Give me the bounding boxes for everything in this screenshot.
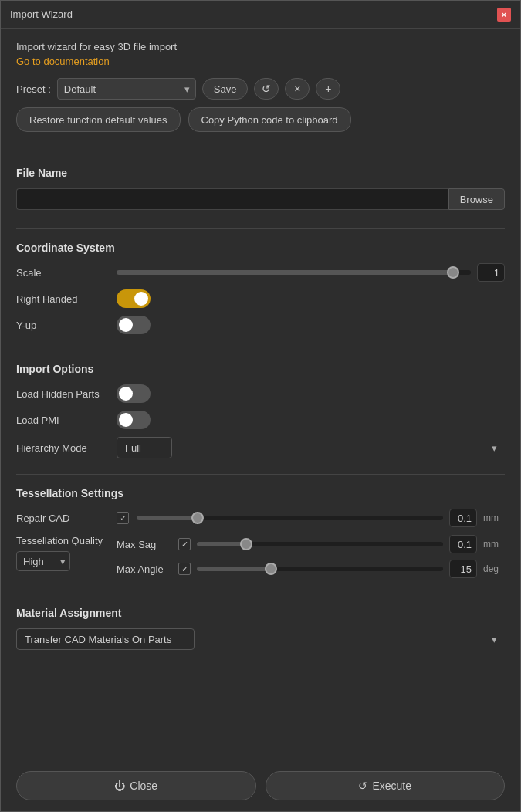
max-angle-value: 15 <box>449 560 477 578</box>
restore-defaults-button[interactable]: Restore function default values <box>16 107 181 132</box>
preset-select[interactable]: Default <box>57 78 196 100</box>
max-sag-checkbox[interactable]: ✓ <box>178 538 191 550</box>
repair-fill <box>137 516 198 520</box>
hierarchy-row: Hierarchy Mode FullFlatNone <box>16 437 505 458</box>
max-angle-track <box>197 567 443 571</box>
add-button[interactable]: + <box>316 78 340 100</box>
load-pmi-label: Load PMI <box>16 414 109 426</box>
repair-cad-checkbox[interactable]: ✓ <box>117 512 129 524</box>
max-sag-fill <box>197 542 246 546</box>
footer-buttons: ⏻ Close ↺ Execute <box>1 760 520 811</box>
tessellation-section: Tessellation Settings Repair CAD ✓ 0.1 m… <box>16 482 505 586</box>
import-options-title: Import Options <box>16 363 505 375</box>
right-handed-thumb <box>134 292 148 306</box>
load-hidden-label: Load Hidden Parts <box>16 388 109 400</box>
repair-cad-row: Repair CAD ✓ 0.1 mm <box>16 509 505 527</box>
file-name-title: File Name <box>16 167 505 179</box>
scale-value: 1 <box>477 263 505 282</box>
quality-left: Tessellation Quality HighMediumLowCustom <box>16 535 109 571</box>
coordinate-system-title: Coordinate System <box>16 242 505 254</box>
divider-3 <box>16 350 505 350</box>
clear-button[interactable]: × <box>285 78 310 100</box>
max-angle-row: Max Angle ✓ 15 deg <box>117 560 505 578</box>
repair-cad-label: Repair CAD <box>16 513 109 524</box>
load-hidden-toggle[interactable] <box>117 384 151 403</box>
max-angle-slider[interactable] <box>197 560 443 577</box>
material-dropdown-wrapper: Transfer CAD Materials On PartsNone <box>16 628 505 650</box>
right-handed-label: Right Handed <box>16 293 109 305</box>
divider-2 <box>16 228 505 229</box>
hierarchy-dropdown-wrapper: FullFlatNone <box>117 437 505 458</box>
execute-label: Execute <box>372 780 411 792</box>
title-bar: Import Wizard × <box>1 1 520 29</box>
scale-slider[interactable] <box>117 264 471 281</box>
y-up-row: Y-up <box>16 316 505 334</box>
window-title: Import Wizard <box>10 8 73 20</box>
hierarchy-label: Hierarchy Mode <box>16 442 109 454</box>
action-row: Restore function default values Copy Pyt… <box>16 107 505 132</box>
max-angle-checkbox[interactable]: ✓ <box>178 563 191 575</box>
repair-thumb[interactable] <box>191 512 204 524</box>
documentation-link[interactable]: Go to documentation <box>16 56 505 67</box>
max-sag-unit: mm <box>483 539 505 550</box>
close-button[interactable]: ⏻ Close <box>16 771 256 800</box>
right-handed-toggle[interactable] <box>117 289 151 308</box>
save-button[interactable]: Save <box>202 78 249 100</box>
y-up-thumb <box>119 318 133 332</box>
divider-5 <box>16 594 505 594</box>
spacer <box>16 650 505 747</box>
close-icon: ⏻ <box>114 780 125 792</box>
close-label: Close <box>130 780 157 792</box>
scale-thumb[interactable] <box>447 266 459 279</box>
file-name-row: Browse <box>16 188 505 210</box>
copy-python-button[interactable]: Copy Python code to clipboard <box>188 107 351 132</box>
material-select[interactable]: Transfer CAD Materials On PartsNone <box>16 628 195 650</box>
quality-label: Tessellation Quality <box>16 535 109 546</box>
refresh-button[interactable]: ↺ <box>254 78 279 100</box>
material-title: Material Assignment <box>16 607 505 619</box>
y-up-toggle[interactable] <box>117 316 151 334</box>
right-handed-row: Right Handed <box>16 289 505 308</box>
quality-select[interactable]: HighMediumLowCustom <box>16 551 70 571</box>
material-section: Material Assignment Transfer CAD Materia… <box>16 602 505 650</box>
tessellation-title: Tessellation Settings <box>16 487 505 499</box>
max-angle-fill <box>197 567 271 571</box>
max-sag-slider[interactable] <box>197 536 443 553</box>
main-content: Import wizard for easy 3D file import Go… <box>1 29 520 760</box>
browse-button[interactable]: Browse <box>448 188 505 210</box>
scale-fill <box>117 270 453 275</box>
load-hidden-thumb <box>119 387 133 401</box>
clear-icon: × <box>294 83 300 95</box>
repair-track <box>137 516 443 520</box>
load-hidden-row: Load Hidden Parts <box>16 384 505 403</box>
hierarchy-select[interactable]: FullFlatNone <box>117 437 172 458</box>
file-name-input[interactable] <box>16 188 448 210</box>
max-sag-track <box>197 542 443 546</box>
tessellation-right: Max Sag ✓ 0.1 mm Max Angle <box>117 535 505 578</box>
repair-value: 0.1 <box>449 509 477 527</box>
preset-select-wrapper: Default <box>57 78 196 100</box>
max-angle-label: Max Angle <box>117 563 172 575</box>
max-angle-unit: deg <box>483 563 505 574</box>
execute-button[interactable]: ↺ Execute <box>266 771 506 800</box>
divider-1 <box>16 154 505 154</box>
max-sag-thumb[interactable] <box>240 538 252 550</box>
load-pmi-toggle[interactable] <box>117 411 151 429</box>
preset-label: Preset : <box>16 83 51 95</box>
tessellation-quality-row: Tessellation Quality HighMediumLowCustom… <box>16 535 505 578</box>
file-name-section: File Name Browse <box>16 162 505 221</box>
quality-dropdown-row: HighMediumLowCustom <box>16 551 109 571</box>
import-options-section: Import Options Load Hidden Parts Load PM… <box>16 358 505 466</box>
repair-slider[interactable] <box>137 509 443 526</box>
quality-dropdown-wrapper: HighMediumLowCustom <box>16 551 70 571</box>
window-close-button[interactable]: × <box>497 8 511 22</box>
max-angle-thumb[interactable] <box>265 563 277 575</box>
description-text: Import wizard for easy 3D file import <box>16 41 505 52</box>
repair-unit: mm <box>483 513 505 523</box>
load-pmi-thumb <box>119 413 133 427</box>
repair-slider-row: 0.1 mm <box>137 509 505 527</box>
max-sag-value: 0.1 <box>449 535 477 553</box>
scale-slider-row: 1 <box>117 263 505 282</box>
divider-4 <box>16 474 505 475</box>
y-up-label: Y-up <box>16 320 109 331</box>
